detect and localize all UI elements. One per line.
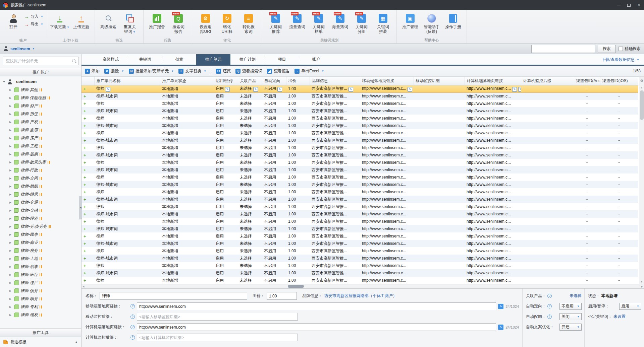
sidebar-item-plan[interactable]: ▶律师-房产 (0, 134, 81, 142)
chevron-collapsed-icon[interactable]: ▶ (9, 121, 12, 124)
table-row[interactable]: +律师本地新增启用未选择不启用1.00西安市高新区智推...http://www… (82, 247, 638, 255)
add-row-plus-icon[interactable]: + (84, 116, 86, 121)
chevron-collapsed-icon[interactable]: ▶ (9, 129, 12, 132)
add-row-plus-icon[interactable]: + (84, 131, 86, 136)
chevron-collapsed-icon[interactable]: ▶ (9, 217, 12, 220)
ribbon-button-操作手册[interactable]: 操作手册 (443, 12, 464, 29)
add-row-plus-icon[interactable]: + (84, 212, 86, 217)
tab-高级样式[interactable]: 高级样式 (94, 54, 128, 65)
add-row-plus-icon[interactable]: + (84, 138, 86, 143)
edit-pencil-icon[interactable]: ✎ (253, 87, 258, 92)
chevron-collapsed-icon[interactable]: ▶ (9, 96, 12, 99)
table-row[interactable]: +律师本地新增启用未选择不启用1.00西安市高新区智推...http://www… (82, 262, 638, 269)
exact-search-checkbox[interactable] (619, 47, 623, 51)
chevron-collapsed-icon[interactable]: ▶ (9, 137, 12, 140)
sidebar-item-plan[interactable]: ▶律师-劳动/劳务 (0, 222, 81, 230)
toolbar-button-批量添加/更新单元[interactable]: ⊞批量添加/更新单元▼ (129, 68, 174, 74)
onoff-select[interactable]: 启用▼ (619, 303, 641, 310)
sidebar-item-plan[interactable]: ▶律师-土地 (0, 255, 81, 263)
table-row[interactable]: +律师本地新增启用未选择不启用1.00西安市高新区智推...http://www… (82, 100, 638, 107)
tab-推广单元[interactable]: 推广单元 (196, 54, 230, 65)
ribbon-button-重复关键词[interactable]: 重复关键词▼ (119, 12, 140, 35)
column-header[interactable]: 品牌信息 (310, 77, 360, 85)
sidebar-item-plan[interactable]: ▶律师-保险理赔 (0, 94, 81, 102)
search-icon[interactable] (72, 59, 76, 63)
sidebar-search-input[interactable] (3, 57, 78, 65)
table-row[interactable]: +律师本地新增启用未选择不启用1.00西安市高新区智推...http://www… (82, 115, 638, 122)
table-row[interactable]: +律师本地新增启用未选择不启用1.00西安市高新区智推...http://www… (82, 232, 638, 240)
table-row[interactable]: +律师-城市词本地新增启用未选择不启用1.00西安市高新区智推...http:/… (82, 181, 638, 188)
edit-pencil-icon[interactable]: ✎ (225, 87, 230, 92)
account-chevron-down-icon[interactable]: ▼ (32, 47, 35, 50)
tools-section-header[interactable]: 推广工具 (0, 328, 81, 337)
column-header[interactable]: 推广单元名称 (94, 77, 160, 85)
add-row-plus-icon[interactable]: + (84, 101, 86, 106)
chevron-collapsed-icon[interactable]: ▶ (9, 209, 12, 212)
help-icon[interactable]: ? (130, 335, 135, 340)
sidebar-item-plan[interactable]: ▶律师-金融 (0, 206, 81, 214)
sidebar-item-plan[interactable]: ▶律师-行政 (0, 166, 81, 174)
download-view-data-link[interactable]: 下载/查看数据信息 ▼ (601, 57, 639, 63)
mobile-url-input[interactable] (137, 302, 496, 310)
help-icon[interactable]: ? (130, 304, 135, 308)
ribbon-button-转化URI解[interactable]: ↻转化URI解 (217, 12, 237, 34)
minimize-button[interactable] (614, 0, 624, 10)
table-row[interactable]: +律师-城市词本地新增启用未选择不启用1.00西安市高新区智推...http:/… (82, 166, 638, 174)
add-row-plus-icon[interactable]: + (84, 145, 86, 150)
ribbon-button-高级搜索[interactable]: 高级搜索 (98, 12, 119, 29)
table-row[interactable]: +律师-城市词本地新增启用未选择不启用1.00西安市高新区智推...http:/… (82, 225, 638, 232)
table-row[interactable]: +律师-城市词本地新增启用未选择不启用1.00西安市高新区智推...http:/… (82, 255, 638, 262)
edit-pencil-icon[interactable]: ✎ (277, 87, 282, 92)
toolbar-button-文字替换[interactable]: T文字替换▼ (178, 68, 206, 74)
sidebar-item-plan[interactable]: ▶律师-合同 (0, 174, 81, 182)
toolbar-button-还原[interactable]: ↺还原 (216, 68, 231, 74)
search-button[interactable]: 搜索 (598, 45, 616, 53)
scroll-down-icon[interactable]: ▼ (641, 279, 643, 284)
product-value-link[interactable]: 未选择 (570, 293, 582, 299)
chevron-collapsed-icon[interactable]: ▶ (9, 169, 12, 172)
chevron-collapsed-icon[interactable]: ▶ (9, 161, 12, 164)
edit-pencil-icon[interactable]: ✎ (512, 87, 517, 92)
mobile-suffix-input[interactable] (137, 313, 298, 321)
add-row-plus-icon[interactable]: + (84, 204, 86, 209)
account-name[interactable]: senlinsem (10, 47, 30, 51)
toolbar-button-查看报告[interactable]: 查看报告 (267, 68, 290, 74)
chevron-collapsed-icon[interactable]: ▶ (9, 257, 12, 260)
column-header[interactable]: 出价 (286, 77, 310, 85)
tab-项目[interactable]: 项目 (265, 54, 299, 65)
add-row-plus-icon[interactable]: + (84, 263, 86, 268)
chevron-collapsed-icon[interactable]: ▶ (9, 105, 12, 108)
ribbon-button-关键词拼装[interactable]: ▦关键词拼装 (373, 12, 393, 34)
edit-pencil-icon[interactable]: ✎ (106, 87, 110, 92)
help-icon[interactable]: ? (547, 304, 552, 308)
chevron-collapsed-icon[interactable]: ▶ (9, 297, 12, 300)
help-icon[interactable]: ? (547, 315, 552, 319)
sidebar-item-plan[interactable]: ▶律师-专利 (0, 303, 81, 311)
exact-search-option[interactable]: 精确搜索 (619, 46, 641, 52)
sidebar-item-plan[interactable]: ▶律师-职务 (0, 295, 81, 303)
table-row[interactable]: +律师-城市词本地新增启用未选择不启用1.00西安市高新区智推...http:/… (82, 137, 638, 144)
chevron-expanded-icon[interactable]: ▼ (3, 80, 6, 83)
scroll-left-icon[interactable]: ◀ (83, 284, 84, 289)
maximize-button[interactable] (624, 0, 634, 10)
sidebar-item-plan[interactable]: ▶律师-刑事 (0, 263, 81, 271)
add-row-plus-icon[interactable]: + (84, 278, 86, 283)
edit-pencil-icon[interactable]: ✎ (498, 325, 503, 330)
chevron-collapsed-icon[interactable]: ▶ (9, 314, 12, 317)
ribbon-button-打开[interactable]: 打开 (3, 12, 24, 29)
chevron-collapsed-icon[interactable]: ▶ (9, 305, 12, 308)
table-row[interactable]: +律师本地新增启用未选择不启用1.00西安市高新区智推...http://www… (82, 218, 638, 225)
tab-关键词[interactable]: 关键词 (128, 54, 162, 65)
table-row[interactable]: +律师本地新增启用未选择不启用1.00西安市高新区智推...http://www… (82, 174, 638, 181)
table-row[interactable]: +律师本地新增启用未选择不启用1.00西安市高新区智推...http://www… (82, 203, 638, 210)
sidebar-item-plan[interactable]: ▶律师-商业 (0, 238, 81, 247)
auto-target-select[interactable]: 不启用▼ (559, 303, 582, 310)
vertical-scroll-thumb[interactable] (640, 90, 644, 120)
sidebar-item-plan[interactable]: ▶律师-故意伤害 (0, 158, 81, 166)
sidebar-item-plan[interactable]: ▶律师-产权 (0, 118, 81, 126)
help-icon[interactable]: ? (547, 294, 552, 298)
filter-template-item[interactable]: 筛选模板 ▲ (0, 337, 81, 347)
table-row[interactable]: +律师-城市词本地新增启用未选择不启用1.00西安市高新区智推...http:/… (82, 151, 638, 159)
tab-账户[interactable]: 账户 (299, 54, 333, 65)
column-header[interactable]: 移动端落地页链接 (360, 77, 414, 85)
